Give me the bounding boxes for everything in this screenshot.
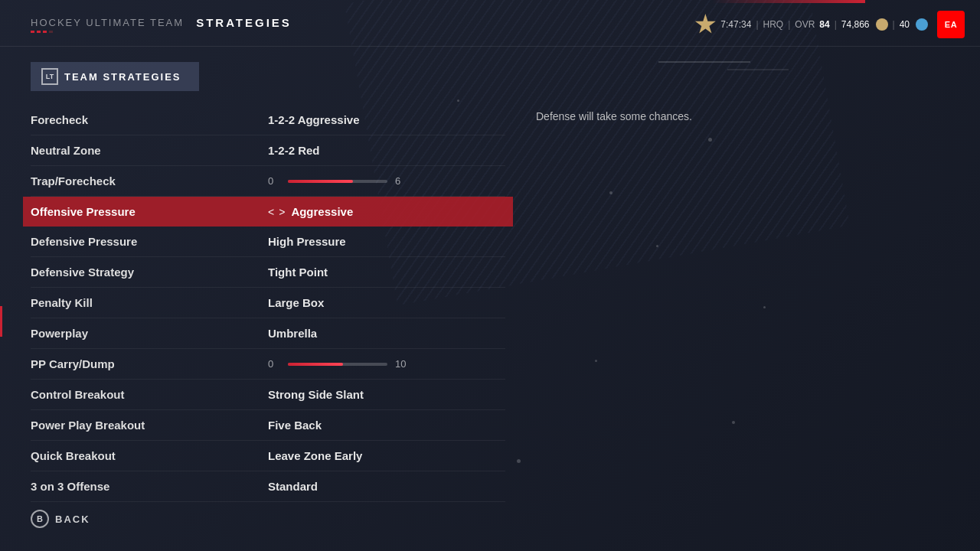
strategy-description: Defense will take some chances. — [536, 108, 804, 125]
ea-logo: EA — [937, 11, 965, 38]
strategy-row[interactable]: Penalty Kill Large Box — [31, 288, 505, 318]
slider-max: 6 — [395, 175, 407, 187]
strategy-list: Forecheck 1-2-2 Aggressive Neutral Zone … — [31, 105, 505, 502]
hut-points: 40 — [900, 19, 910, 30]
arrow-left-icon[interactable]: < — [268, 206, 274, 218]
slider-container: 0 10 — [268, 358, 407, 370]
strategy-label: Power Play Breakout — [31, 419, 268, 432]
dot — [43, 31, 47, 33]
coins-icon — [876, 18, 888, 31]
slider-min: 0 — [268, 358, 280, 370]
hrq-label: HRQ — [763, 19, 784, 30]
strategy-label: Defensive Strategy — [31, 266, 268, 279]
strategy-value: Standard — [268, 480, 318, 493]
coins-value: 74,866 — [841, 19, 870, 30]
strategy-value: Tight Point — [268, 266, 328, 279]
strategy-row[interactable]: PP Carry/Dump 0 10 — [31, 349, 505, 380]
slider-track[interactable] — [288, 180, 387, 183]
strategy-value: Strong Side Slant — [268, 388, 364, 401]
strategy-label: Defensive Pressure — [31, 235, 268, 248]
stat-divider: | — [893, 19, 895, 30]
strategy-value: Large Box — [268, 296, 324, 309]
slider-fill — [288, 363, 343, 366]
header-right: 7:47:34 | HRQ | OVR 84 | 74,866 | 40 EA — [694, 11, 965, 38]
slider-container: 0 6 — [268, 175, 407, 187]
back-button[interactable]: B BACK — [31, 510, 90, 528]
strategy-row[interactable]: Defensive Pressure High Pressure — [31, 227, 505, 257]
main-content: LT TEAM STRATEGIES Forecheck 1-2-2 Aggre… — [0, 47, 980, 517]
strategy-label: Penalty Kill — [31, 296, 268, 309]
strategy-row[interactable]: Control Breakout Strong Side Slant — [31, 380, 505, 410]
left-panel: LT TEAM STRATEGIES Forecheck 1-2-2 Aggre… — [31, 62, 505, 502]
strategy-arrows: < > — [268, 206, 285, 218]
strategy-label: Forecheck — [31, 113, 268, 126]
page-name-label: STRATEGIES — [196, 16, 292, 29]
slider-track[interactable] — [288, 363, 387, 366]
strategy-row[interactable]: 3 on 3 Offense Standard — [31, 471, 505, 502]
dot — [49, 31, 53, 33]
strategy-label: Neutral Zone — [31, 144, 268, 157]
strategy-row[interactable]: Powerplay Umbrella — [31, 318, 505, 349]
stat-divider: | — [835, 19, 837, 30]
slider-fill — [288, 180, 353, 183]
strategy-value: Five Back — [268, 419, 322, 432]
strategy-row[interactable]: Trap/Forecheck 0 6 — [31, 166, 505, 197]
ovr-label: OVR — [795, 19, 815, 30]
strategy-row[interactable]: Defensive Strategy Tight Point — [31, 257, 505, 288]
right-panel: Defense will take some chances. — [536, 62, 949, 502]
strategy-label: 3 on 3 Offense — [31, 480, 268, 493]
title-dots — [31, 31, 292, 33]
strategy-label: Trap/Forecheck — [31, 174, 268, 187]
game-name-label: HOCKEY ULTIMATE TEAM — [31, 17, 184, 28]
section-header: LT TEAM STRATEGIES — [31, 62, 199, 91]
strategy-row[interactable]: Quick Breakout Leave Zone Early — [31, 441, 505, 471]
strategy-value: 1-2-2 Aggressive — [268, 113, 360, 126]
strategy-label: Control Breakout — [31, 388, 268, 401]
arrow-right-icon[interactable]: > — [279, 206, 285, 218]
strategy-value: Aggressive — [291, 205, 353, 218]
header: HOCKEY ULTIMATE TEAM STRATEGIES 7:47:34 … — [0, 0, 980, 47]
strategy-label: PP Carry/Dump — [31, 357, 268, 370]
strategy-row[interactable]: Offensive Pressure < > Aggressive — [23, 197, 513, 227]
stat-divider: | — [756, 19, 758, 30]
strategy-value: Leave Zone Early — [268, 449, 362, 462]
strategy-label: Offensive Pressure — [31, 205, 268, 218]
header-title-group: HOCKEY ULTIMATE TEAM STRATEGIES — [31, 16, 292, 33]
dot — [37, 31, 41, 33]
strategy-value: Umbrella — [268, 327, 317, 340]
slider-max: 10 — [395, 358, 407, 370]
back-btn-icon: B — [31, 510, 49, 528]
strategy-row[interactable]: Power Play Breakout Five Back — [31, 410, 505, 441]
back-btn-label: BACK — [55, 514, 90, 525]
stat-divider: | — [788, 19, 790, 30]
strategy-label: Quick Breakout — [31, 449, 268, 462]
strategy-value: 1-2-2 Red — [268, 144, 320, 157]
strategy-row[interactable]: Neutral Zone 1-2-2 Red — [31, 135, 505, 166]
section-icon: LT — [41, 68, 58, 85]
slider-min: 0 — [268, 175, 280, 187]
strategy-row[interactable]: Forecheck 1-2-2 Aggressive — [31, 105, 505, 135]
ovr-value: 84 — [819, 19, 829, 30]
header-stats-group: 7:47:34 | HRQ | OVR 84 | 74,866 | 40 — [694, 14, 928, 35]
time-display: 7:47:34 — [720, 19, 751, 30]
star-badge — [694, 14, 716, 35]
hut-coins-icon — [916, 18, 928, 31]
dot — [31, 31, 34, 33]
section-title: TEAM STRATEGIES — [64, 71, 181, 83]
strategy-value: High Pressure — [268, 235, 346, 248]
strategy-label: Powerplay — [31, 327, 268, 340]
